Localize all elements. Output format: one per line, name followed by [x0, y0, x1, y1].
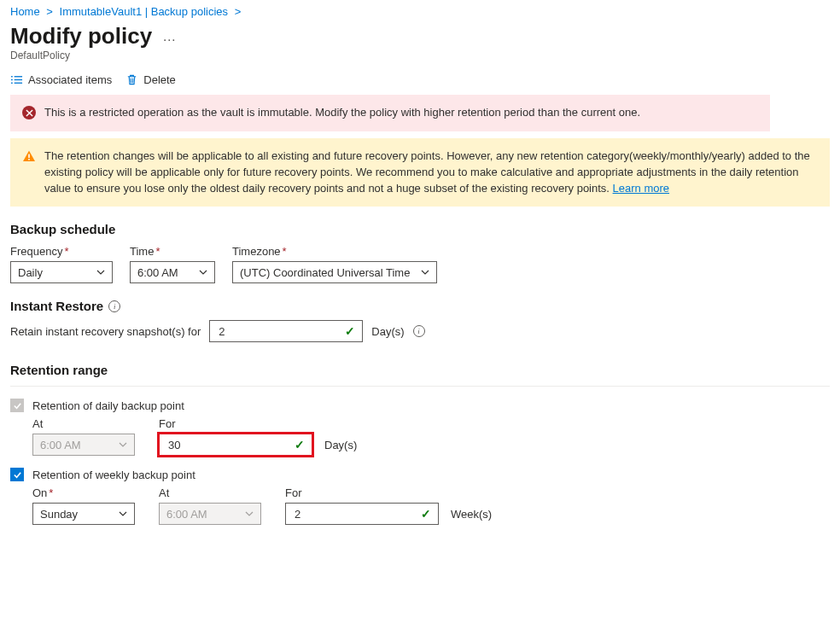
- time-label: Time*: [130, 245, 215, 258]
- instant-restore-label: Retain instant recovery snapshot(s) for: [10, 325, 201, 338]
- daily-at-value: 6:00 AM: [40, 439, 81, 451]
- timezone-label: Timezone*: [232, 245, 437, 258]
- trash-icon: [125, 73, 138, 86]
- instant-restore-heading: Instant Restore: [10, 299, 103, 313]
- list-icon: [10, 73, 23, 86]
- info-icon[interactable]: i: [108, 300, 120, 312]
- daily-at-select: 6:00 AM: [32, 434, 135, 456]
- policy-name: DefaultPolicy: [10, 49, 830, 61]
- daily-for-input[interactable]: ✓: [159, 434, 312, 456]
- error-banner: This is a restricted operation as the va…: [10, 95, 770, 131]
- warning-text: The retention changes will be applicable…: [44, 148, 818, 197]
- breadcrumb-home[interactable]: Home: [10, 5, 40, 18]
- associated-items-button[interactable]: Associated items: [10, 73, 112, 86]
- weekly-at-label: At: [159, 486, 261, 499]
- chevron-down-icon: [96, 268, 105, 277]
- instant-restore-value[interactable]: [217, 324, 338, 339]
- weekly-on-select[interactable]: Sunday: [32, 503, 135, 525]
- associated-items-label: Associated items: [28, 73, 112, 86]
- daily-unit: Day(s): [324, 439, 357, 451]
- error-text: This is a restricted operation as the va…: [44, 105, 640, 121]
- weekly-on-value: Sunday: [40, 508, 78, 521]
- frequency-label: Frequency*: [10, 245, 113, 258]
- error-icon: [22, 106, 36, 119]
- retention-range-heading: Retention range: [10, 363, 830, 377]
- weekly-at-value: 6:00 AM: [166, 508, 207, 521]
- weekly-at-select: 6:00 AM: [159, 503, 261, 525]
- page-title: Modify policy: [10, 23, 152, 49]
- warning-banner: The retention changes will be applicable…: [10, 138, 830, 207]
- check-icon: ✓: [295, 438, 305, 451]
- chevron-down-icon: [245, 509, 254, 518]
- weekly-for-value[interactable]: [293, 507, 414, 521]
- chevron-down-icon: [421, 268, 429, 277]
- instant-restore-unit: Day(s): [371, 325, 404, 338]
- more-actions-button[interactable]: …: [162, 29, 176, 44]
- info-icon[interactable]: i: [413, 325, 425, 337]
- weekly-for-input[interactable]: ✓: [285, 503, 439, 525]
- time-select[interactable]: 6:00 AM: [130, 261, 215, 283]
- daily-retention-checkbox: [10, 399, 24, 412]
- warning-body: The retention changes will be applicable…: [44, 149, 810, 195]
- breadcrumb-vault[interactable]: ImmutableVault1 | Backup policies: [60, 5, 229, 18]
- daily-for-value[interactable]: [166, 438, 288, 452]
- daily-for-label: For: [159, 417, 357, 430]
- check-icon: ✓: [421, 507, 431, 521]
- weekly-on-label: On*: [32, 486, 135, 499]
- weekly-for-label: For: [285, 486, 492, 499]
- daily-retention-title: Retention of daily backup point: [32, 399, 184, 412]
- svg-rect-9: [28, 159, 30, 160]
- chevron-down-icon: [119, 440, 127, 449]
- command-bar: Associated items Delete: [10, 73, 830, 86]
- frequency-select[interactable]: Daily: [10, 261, 113, 283]
- frequency-value: Daily: [18, 266, 43, 279]
- timezone-value: (UTC) Coordinated Universal Time: [240, 266, 410, 279]
- breadcrumb: Home > ImmutableVault1 | Backup policies…: [10, 0, 830, 21]
- weekly-retention-block: Retention of weekly backup point On* Sun…: [10, 468, 830, 525]
- chevron-down-icon: [199, 268, 207, 277]
- weekly-retention-title: Retention of weekly backup point: [32, 469, 195, 481]
- weekly-unit: Week(s): [451, 508, 492, 521]
- time-value: 6:00 AM: [137, 266, 178, 279]
- svg-rect-8: [28, 154, 30, 158]
- backup-schedule-heading: Backup schedule: [10, 222, 830, 236]
- delete-label: Delete: [143, 73, 176, 86]
- daily-retention-block: Retention of daily backup point At 6:00 …: [10, 399, 830, 456]
- timezone-select[interactable]: (UTC) Coordinated Universal Time: [232, 261, 437, 283]
- learn-more-link[interactable]: Learn more: [613, 182, 669, 195]
- chevron-right-icon: >: [235, 5, 242, 18]
- daily-at-label: At: [32, 417, 135, 430]
- check-icon: ✓: [345, 324, 355, 338]
- chevron-right-icon: >: [46, 5, 53, 18]
- weekly-retention-checkbox[interactable]: [10, 468, 24, 481]
- warning-icon: [22, 149, 36, 168]
- delete-button[interactable]: Delete: [125, 73, 176, 86]
- instant-restore-input[interactable]: ✓: [209, 320, 363, 342]
- chevron-down-icon: [119, 509, 127, 518]
- divider: [10, 386, 830, 387]
